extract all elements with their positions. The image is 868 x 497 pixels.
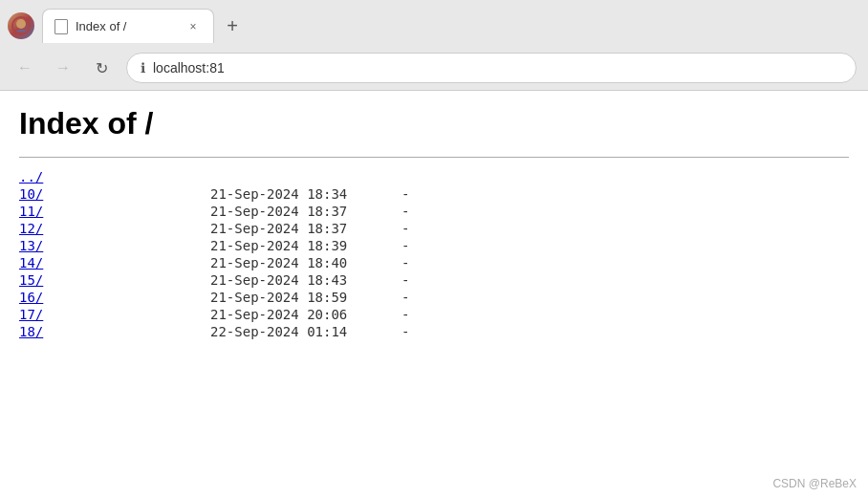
file-size: - <box>401 255 409 270</box>
file-link[interactable]: 10/ <box>19 186 43 202</box>
file-link[interactable]: 14/ <box>19 255 43 270</box>
file-size: - <box>401 186 409 202</box>
file-link[interactable]: ../ <box>19 169 43 184</box>
file-date: 21-Sep-2024 18:59 <box>210 290 401 305</box>
file-name: 16/ <box>19 290 210 305</box>
file-link[interactable]: 12/ <box>19 221 43 236</box>
file-date: 21-Sep-2024 18:40 <box>210 255 401 270</box>
tab-bar: Index of / × + <box>0 0 868 46</box>
info-icon: ℹ <box>141 60 145 76</box>
file-row: 15/21-Sep-2024 18:43- <box>19 272 849 288</box>
file-row: 13/21-Sep-2024 18:39- <box>19 238 849 253</box>
file-name: 14/ <box>19 255 210 270</box>
file-listing: ../10/21-Sep-2024 18:34-11/21-Sep-2024 1… <box>19 169 849 339</box>
new-tab-button[interactable]: + <box>218 11 247 40</box>
file-link[interactable]: 17/ <box>19 307 43 322</box>
back-button[interactable]: ← <box>11 54 38 81</box>
watermark: CSDN @ReBeX <box>772 477 857 490</box>
file-row: 14/21-Sep-2024 18:40- <box>19 255 849 270</box>
file-name: 18/ <box>19 324 210 339</box>
file-row: 16/21-Sep-2024 18:59- <box>19 290 849 305</box>
favicon <box>8 12 34 39</box>
file-size: - <box>401 307 409 322</box>
file-size: - <box>401 290 409 305</box>
file-size: - <box>401 324 409 339</box>
tab-close-button[interactable]: × <box>184 18 202 35</box>
file-name: 13/ <box>19 238 210 253</box>
browser-chrome: Index of / × + ← → ↻ ℹ localhost:81 <box>0 0 868 91</box>
file-date: 21-Sep-2024 18:37 <box>210 221 401 236</box>
url-bar[interactable]: ℹ localhost:81 <box>126 53 857 83</box>
file-name: 17/ <box>19 307 210 322</box>
file-row: 10/21-Sep-2024 18:34- <box>19 186 849 202</box>
page-content: Index of / ../10/21-Sep-2024 18:34-11/21… <box>0 91 868 497</box>
file-row: 11/21-Sep-2024 18:37- <box>19 204 849 219</box>
file-date: 21-Sep-2024 18:37 <box>210 204 401 219</box>
svg-point-0 <box>16 19 26 29</box>
file-link[interactable]: 15/ <box>19 272 43 288</box>
divider <box>19 157 849 158</box>
file-size: - <box>401 204 409 219</box>
file-date: 21-Sep-2024 20:06 <box>210 307 401 322</box>
file-link[interactable]: 13/ <box>19 238 43 253</box>
file-date: 22-Sep-2024 01:14 <box>210 324 401 339</box>
url-text: localhost:81 <box>153 60 225 76</box>
file-date: 21-Sep-2024 18:34 <box>210 186 401 202</box>
file-link[interactable]: 11/ <box>19 204 43 219</box>
file-row: 17/21-Sep-2024 20:06- <box>19 307 849 322</box>
tab-doc-icon <box>54 19 68 34</box>
file-name: 11/ <box>19 204 210 219</box>
file-name: 10/ <box>19 186 210 202</box>
reload-button[interactable]: ↻ <box>88 54 115 81</box>
file-link[interactable]: 18/ <box>19 324 43 339</box>
file-date: 21-Sep-2024 18:39 <box>210 238 401 253</box>
page-title: Index of / <box>19 106 849 141</box>
forward-button[interactable]: → <box>50 54 76 81</box>
file-date: 21-Sep-2024 18:43 <box>210 272 401 288</box>
file-size: - <box>401 272 409 288</box>
active-tab[interactable]: Index of / × <box>42 9 214 43</box>
file-name: 15/ <box>19 272 210 288</box>
file-link[interactable]: 16/ <box>19 290 43 305</box>
address-bar: ← → ↻ ℹ localhost:81 <box>0 46 868 90</box>
file-row: ../ <box>19 169 849 184</box>
file-size: - <box>401 221 409 236</box>
file-row: 12/21-Sep-2024 18:37- <box>19 221 849 236</box>
file-size: - <box>401 238 409 253</box>
file-row: 18/22-Sep-2024 01:14- <box>19 324 849 339</box>
file-name: ../ <box>19 169 210 184</box>
file-name: 12/ <box>19 221 210 236</box>
tab-title: Index of / <box>76 19 177 33</box>
